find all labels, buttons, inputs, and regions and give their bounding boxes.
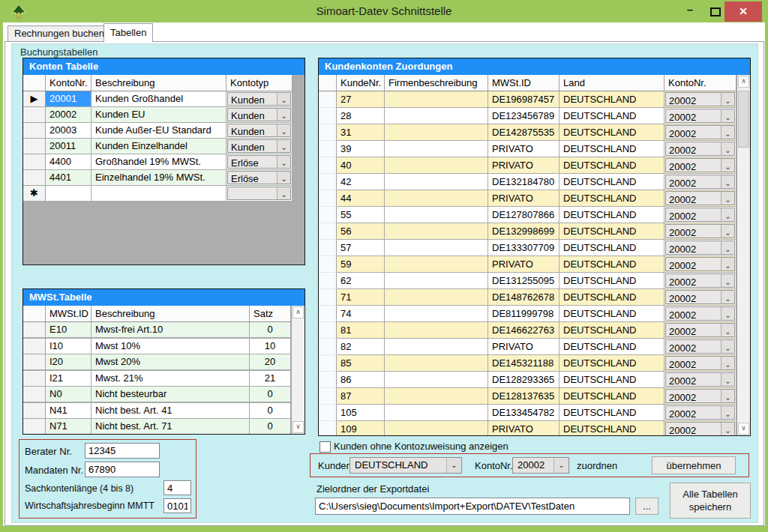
cell-satz[interactable]: 0 — [250, 322, 291, 338]
cell-firmenbeschreibung[interactable] — [385, 339, 488, 355]
cell-land[interactable]: DEUTSCHLAND — [560, 223, 664, 240]
cell-satz[interactable]: 20 — [250, 354, 291, 370]
cell-firmenbeschreibung[interactable] — [385, 273, 488, 289]
row-selector[interactable]: ▶ — [23, 91, 46, 107]
cell-firmenbeschreibung[interactable] — [385, 405, 488, 421]
scroll-up-icon[interactable]: ∧ — [738, 76, 749, 88]
cell-mwst-id[interactable]: DE148762678 — [488, 289, 560, 306]
cell-kontonr[interactable]: 20011 — [46, 139, 92, 154]
scroll-down-icon[interactable]: ∨ — [738, 423, 749, 435]
row-selector[interactable] — [319, 372, 337, 388]
row-selector[interactable] — [23, 154, 46, 170]
row-selector[interactable] — [319, 91, 337, 108]
cell-kontonr[interactable]: 20003 — [46, 123, 92, 139]
cell-land[interactable]: DEUTSCHLAND — [560, 141, 664, 157]
cell-kundenr[interactable]: 55 — [337, 207, 385, 223]
cell-beschreibung[interactable]: Mwst-frei Art.10 — [92, 322, 250, 338]
cell-beschreibung[interactable]: Nicht besteurbar — [92, 387, 250, 402]
kontonr-dropdown[interactable]: 20002⌄ — [664, 223, 736, 240]
cell-land[interactable]: DEUTSCHLAND — [560, 108, 664, 124]
kontonr-dropdown[interactable]: 20002⌄ — [665, 175, 735, 189]
cell-firmenbeschreibung[interactable] — [385, 91, 488, 108]
cell-beschreibung[interactable]: Kunden EU — [92, 107, 226, 123]
row-selector[interactable] — [23, 339, 46, 354]
cell-land[interactable]: DEUTSCHLAND — [560, 256, 664, 273]
cell-land[interactable]: DEUTSCHLAND — [560, 207, 664, 223]
kontotyp-dropdown[interactable]: Kunden⌄ — [226, 91, 292, 107]
kontotyp-dropdown[interactable]: Kunden⌄ — [227, 124, 291, 137]
kontotyp-dropdown[interactable]: Kunden⌄ — [227, 92, 291, 106]
cell-mwst-id[interactable]: DE142875535 — [488, 124, 560, 141]
kunden-dropdown[interactable]: DEUTSCHLAND ⌄ — [350, 457, 462, 474]
tab-rechnungen-buchen[interactable]: Rechnungen buchen — [8, 25, 111, 42]
kontonr-dropdown[interactable]: 20002⌄ — [664, 388, 736, 405]
mandaten-nr-field[interactable] — [85, 462, 160, 477]
column-header[interactable]: Kontotyp — [226, 75, 292, 91]
alle-tabellen-speichern-button[interactable]: Alle Tabellen speichern — [670, 483, 751, 519]
cell-land[interactable]: DEUTSCHLAND — [560, 190, 664, 207]
kontotyp-dropdown[interactable]: Kunden⌄ — [227, 108, 291, 121]
cell-kundenr[interactable]: 74 — [337, 306, 385, 322]
kontonr-dropdown[interactable]: 20002⌄ — [665, 323, 735, 337]
row-selector[interactable] — [319, 388, 337, 405]
cell-kundenr[interactable]: 59 — [337, 256, 385, 273]
kontonr-dropdown[interactable]: 20002⌄ — [664, 405, 736, 421]
row-selector[interactable] — [319, 141, 337, 157]
cell-kundenr[interactable]: 57 — [337, 240, 385, 256]
kontonr-dropdown[interactable]: 20002⌄ — [664, 141, 736, 157]
kontonr-dropdown[interactable]: 20002⌄ — [664, 174, 736, 190]
cell-kundenr[interactable]: 56 — [337, 223, 385, 240]
row-selector[interactable] — [319, 207, 337, 223]
kontotyp-dropdown[interactable]: Erlöse⌄ — [226, 170, 292, 186]
cell-land[interactable]: DEUTSCHLAND — [560, 289, 664, 306]
cell-beschreibung[interactable]: Mwst 20% — [92, 354, 250, 370]
new-row-marker[interactable]: ✱ — [23, 186, 46, 202]
cell-firmenbeschreibung[interactable] — [385, 306, 488, 322]
cell-firmenbeschreibung[interactable] — [385, 108, 488, 124]
cell-mwst-id[interactable]: I10 — [46, 339, 92, 354]
cell-firmenbeschreibung[interactable] — [385, 388, 488, 405]
cell-kontonr[interactable]: 20002 — [46, 107, 92, 123]
row-selector[interactable] — [23, 403, 46, 419]
cell-mwst-id[interactable]: DE127807866 — [488, 207, 560, 223]
row-selector[interactable] — [319, 108, 337, 124]
cell-mwst-id[interactable]: PRIVATO — [488, 190, 560, 207]
kontotyp-dropdown[interactable]: ⌄ — [226, 186, 292, 202]
sachkontenlaenge-field[interactable] — [164, 480, 191, 495]
kunden-ohne-kontozuweisung-checkbox[interactable] — [320, 441, 331, 453]
cell-firmenbeschreibung[interactable] — [385, 207, 488, 223]
cell-land[interactable]: DEUTSCHLAND — [560, 157, 664, 174]
cell-mwst-id[interactable]: PRIVATO — [488, 141, 560, 157]
cell-satz[interactable]: 0 — [250, 387, 291, 402]
scroll-down-icon[interactable]: ∨ — [292, 421, 304, 433]
tab-tabellen[interactable]: Tabellen — [104, 23, 153, 42]
cell-beschreibung[interactable] — [92, 186, 226, 202]
cell-kundenr[interactable]: 81 — [337, 322, 385, 339]
cell-satz[interactable]: 10 — [250, 339, 291, 354]
maximize-icon[interactable] — [704, 1, 726, 21]
cell-land[interactable]: DEUTSCHLAND — [560, 355, 664, 372]
cell-beschreibung[interactable]: Großhandel 19% MWSt. — [92, 154, 226, 170]
wirtschaftsjahresbeginn-field[interactable] — [164, 498, 191, 513]
berater-nr-field[interactable] — [85, 443, 160, 459]
kontonr-dropdown[interactable]: 20002⌄ — [664, 91, 736, 108]
cell-kontonr[interactable]: 4400 — [46, 154, 92, 170]
kontonr-dropdown[interactable]: 20002⌄ — [664, 339, 736, 355]
row-selector[interactable] — [319, 289, 337, 306]
kontonr-dropdown[interactable]: 20002⌄ — [665, 356, 735, 370]
cell-mwst-id[interactable]: DE131255095 — [488, 273, 560, 289]
vertical-scrollbar[interactable]: ∧∨ — [736, 75, 750, 435]
close-icon[interactable]: ✕ — [724, 1, 762, 22]
cell-kundenr[interactable]: 27 — [337, 91, 385, 108]
row-selector[interactable] — [319, 124, 337, 141]
cell-firmenbeschreibung[interactable] — [385, 190, 488, 207]
column-header[interactable]: Firmenbeschreibung — [385, 75, 488, 91]
browse-button[interactable]: ... — [635, 498, 658, 515]
cell-mwst-id[interactable]: DE133307709 — [488, 240, 560, 256]
cell-mwst-id[interactable]: DE146622763 — [488, 322, 560, 339]
cell-kundenr[interactable]: 105 — [337, 405, 385, 421]
kontonr-dropdown[interactable]: 20002⌄ — [665, 257, 735, 271]
cell-kundenr[interactable]: 39 — [337, 141, 385, 157]
minimize-icon[interactable]: – — [679, 1, 701, 21]
column-header[interactable]: Land — [560, 75, 664, 91]
